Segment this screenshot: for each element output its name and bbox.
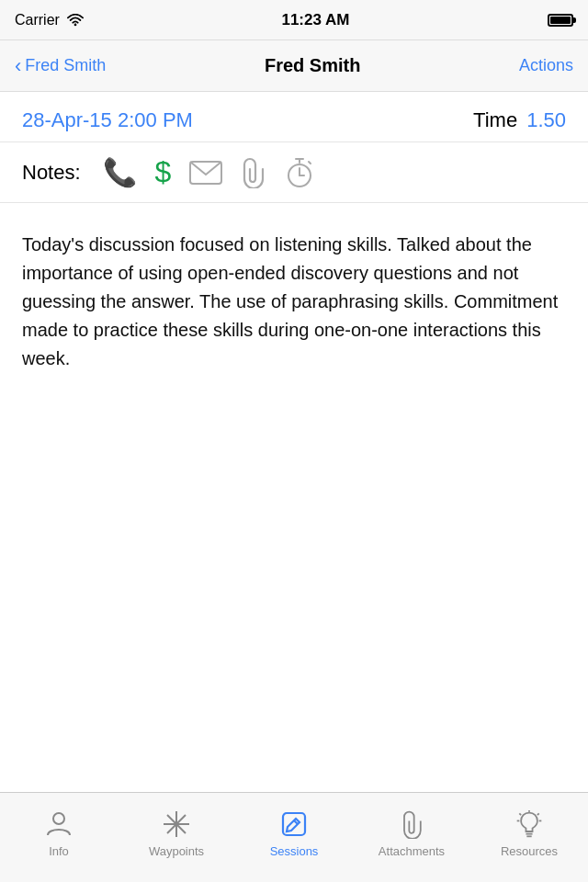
time-label: Time — [473, 108, 517, 132]
waypoints-star-icon — [160, 808, 193, 841]
tab-resources[interactable]: Resources — [470, 793, 588, 882]
notes-text: Today's discussion focused on listening … — [22, 231, 566, 373]
nav-bar: ‹ Fred Smith Fred Smith Actions — [0, 40, 588, 92]
info-person-icon — [42, 808, 75, 841]
back-chevron-icon: ‹ — [15, 56, 21, 76]
tab-attachments-label: Attachments — [379, 844, 445, 858]
mail-icon[interactable] — [189, 161, 222, 185]
timer-icon[interactable] — [285, 157, 314, 188]
svg-point-8 — [53, 813, 64, 824]
dollar-icon[interactable]: $ — [155, 155, 172, 189]
time-value: 1.50 — [526, 108, 566, 132]
content-area: 28-Apr-15 2:00 PM Time 1.50 Notes: 📞 $ — [0, 92, 588, 534]
attachments-clip-icon — [395, 808, 428, 841]
sessions-edit-icon — [277, 808, 311, 841]
back-button[interactable]: ‹ Fred Smith — [15, 56, 106, 76]
tab-sessions[interactable]: Sessions — [235, 793, 353, 882]
svg-point-0 — [74, 23, 77, 26]
tab-waypoints[interactable]: Waypoints — [118, 793, 235, 882]
actions-button[interactable]: Actions — [519, 56, 573, 75]
tab-bar: Info Waypoints Sessions — [0, 792, 588, 882]
wifi-icon — [67, 14, 84, 27]
attachment-icon[interactable] — [241, 157, 266, 188]
status-bar: Carrier 11:23 AM — [0, 0, 588, 40]
phone-icon[interactable]: 📞 — [103, 156, 137, 188]
tab-resources-label: Resources — [501, 844, 558, 858]
notes-label: Notes: — [22, 161, 81, 185]
datetime-row: 28-Apr-15 2:00 PM Time 1.50 — [0, 92, 588, 142]
status-time: 11:23 AM — [281, 11, 349, 29]
tab-info-label: Info — [49, 844, 69, 858]
notes-row: Notes: 📞 $ — [0, 142, 588, 203]
status-carrier: Carrier — [15, 12, 84, 28]
notes-body: Today's discussion focused on listening … — [0, 203, 588, 534]
tab-info[interactable]: Info — [0, 793, 118, 882]
status-battery — [548, 14, 573, 27]
svg-line-7 — [309, 162, 311, 164]
svg-line-19 — [519, 813, 521, 815]
session-time-section: Time 1.50 — [473, 108, 566, 132]
nav-title: Fred Smith — [265, 55, 360, 76]
tab-attachments[interactable]: Attachments — [353, 793, 470, 882]
svg-line-20 — [537, 813, 539, 815]
resources-bulb-icon — [513, 808, 546, 841]
tab-waypoints-label: Waypoints — [149, 844, 204, 858]
session-datetime: 28-Apr-15 2:00 PM — [22, 108, 193, 132]
tab-sessions-label: Sessions — [270, 844, 319, 858]
battery-icon — [548, 14, 573, 27]
